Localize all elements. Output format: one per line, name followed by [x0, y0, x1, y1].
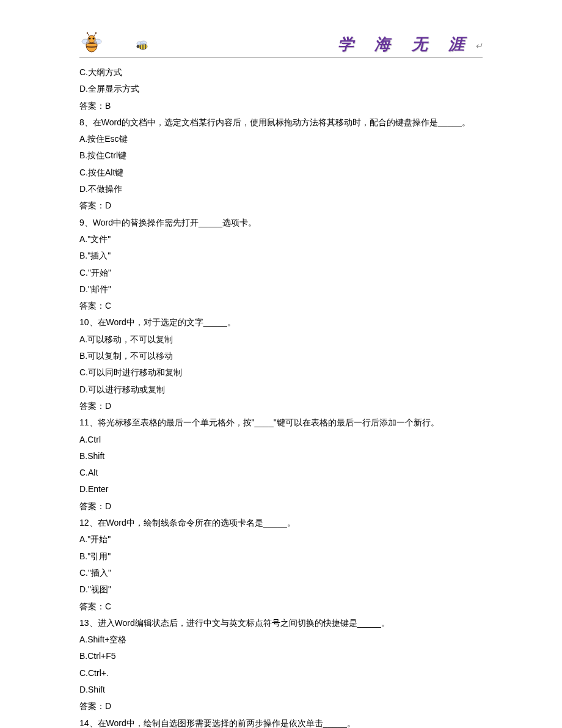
text-line: B.Ctrl+F5: [79, 648, 483, 664]
text-line: C."开始": [79, 265, 483, 281]
text-line: B."插入": [79, 248, 483, 264]
header-left: [79, 31, 149, 55]
svg-point-9: [95, 32, 97, 34]
text-line: A.按住Esc键: [79, 131, 483, 147]
text-line: C."插入": [79, 565, 483, 581]
text-line: C.大纲方式: [79, 64, 483, 81]
text-line: B.可以复制，不可以移动: [79, 348, 483, 364]
text-line: 答案：B: [79, 98, 483, 114]
return-mark-icon: ↵: [475, 41, 483, 51]
bee-icon-large: [79, 31, 104, 55]
svg-point-5: [94, 39, 101, 44]
text-line: 8、在Word的文档中，选定文档某行内容后，使用鼠标拖动方法将其移动时，配合的键…: [79, 114, 483, 131]
text-line: A.Shift+空格: [79, 631, 483, 648]
text-line: D."邮件": [79, 281, 483, 298]
document-body: C.大纲方式D.全屏显示方式答案：B8、在Word的文档中，选定文档某行内容后，…: [79, 64, 483, 728]
text-line: C.Ctrl+.: [79, 665, 483, 682]
text-line: A.可以移动，不可以复制: [79, 331, 483, 348]
text-line: C.Alt: [79, 465, 483, 481]
svg-point-15: [140, 41, 147, 45]
text-line: A."开始": [79, 531, 483, 548]
text-line: 答案：C: [79, 598, 483, 615]
document-page: 学 海 无 涯 ↵ C.大纲方式D.全屏显示方式答案：B8、在Word的文档中，…: [0, 0, 562, 728]
text-line: 答案：D: [79, 398, 483, 414]
page-header: 学 海 无 涯 ↵: [79, 24, 483, 58]
text-line: 答案：D: [79, 197, 483, 214]
text-line: B."引用": [79, 548, 483, 565]
text-line: 9、Word中的替换操作需先打开_____选项卡。: [79, 215, 483, 231]
text-line: 答案：C: [79, 298, 483, 314]
text-line: 12、在Word中，绘制线条命令所在的选项卡名是_____。: [79, 515, 483, 531]
text-line: 14、在Word中，绘制自选图形需要选择的前两步操作是依次单击_____。: [79, 715, 483, 728]
svg-point-2: [89, 38, 91, 40]
text-line: B.按住Ctrl键: [79, 147, 483, 164]
text-line: D."视图": [79, 581, 483, 598]
bee-icon-small: [134, 40, 149, 51]
svg-point-3: [93, 38, 95, 40]
text-line: A.Ctrl: [79, 432, 483, 448]
svg-point-8: [87, 32, 88, 34]
text-line: A."文件": [79, 231, 483, 248]
text-line: C.按住Alt键: [79, 164, 483, 181]
text-line: D.全屏显示方式: [79, 81, 483, 97]
svg-point-4: [82, 39, 89, 44]
text-line: D.Enter: [79, 481, 483, 498]
header-right: 学 海 无 涯 ↵: [338, 34, 483, 55]
text-line: 答案：D: [79, 698, 483, 715]
text-line: D.可以进行移动或复制: [79, 381, 483, 398]
text-line: D.Shift: [79, 682, 483, 698]
text-line: 答案：D: [79, 498, 483, 515]
text-line: 10、在Word中，对于选定的文字_____。: [79, 314, 483, 331]
text-line: 13、进入Word编辑状态后，进行中文与英文标点符号之间切换的快捷键是_____…: [79, 615, 483, 631]
svg-point-16: [137, 45, 140, 48]
text-line: C.可以同时进行移动和复制: [79, 364, 483, 381]
header-title: 学 海 无 涯: [338, 34, 473, 55]
text-line: 11、将光标移至表格的最后一个单元格外，按"____"键可以在表格的最后一行后添…: [79, 414, 483, 431]
text-line: B.Shift: [79, 448, 483, 465]
text-line: D.不做操作: [79, 181, 483, 197]
